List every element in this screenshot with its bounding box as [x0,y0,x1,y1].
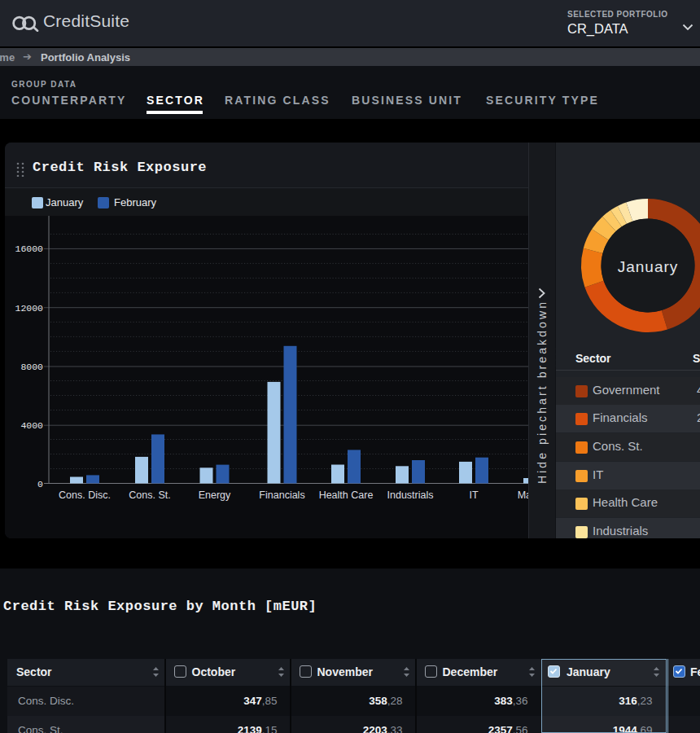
svg-text:12000: 12000 [15,303,43,314]
svg-text:Industrials: Industrials [387,489,434,501]
svg-text:16000: 16000 [15,244,43,254]
svg-text:8000: 8000 [20,362,43,372]
svg-text:Cons. Disc.: Cons. Disc. [59,489,111,501]
svg-text:IT: IT [469,489,478,501]
svg-text:Materials: Materials [518,489,528,501]
svg-text:4000: 4000 [20,420,43,431]
svg-text:0: 0 [37,479,43,489]
svg-text:Energy: Energy [199,489,231,501]
svg-text:Cons. St.: Cons. St. [129,489,170,501]
svg-text:Financials: Financials [259,489,304,501]
svg-text:Health Care: Health Care [319,489,374,501]
